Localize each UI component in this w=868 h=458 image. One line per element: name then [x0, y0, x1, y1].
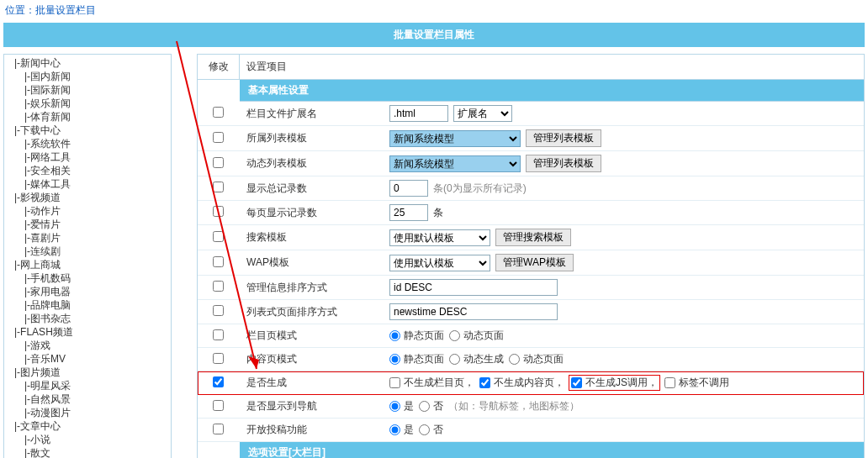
tree-node[interactable]: |-媒体工具 [6, 177, 169, 191]
radio-content-mode-dyngen[interactable] [449, 354, 460, 365]
tree-node[interactable]: |-网络工具 [6, 150, 169, 164]
tree-node[interactable]: |-影视频道 [6, 191, 169, 204]
modify-col-mode[interactable] [213, 329, 224, 340]
btn-manage-list-tpl[interactable]: 管理列表模板 [526, 129, 601, 147]
tree-node[interactable]: |-图书杂志 [6, 312, 169, 325]
select-wap-tpl[interactable]: 使用默认模板 [389, 255, 490, 271]
tree-node[interactable]: |-下载中心 [6, 124, 169, 137]
select-list-tpl[interactable]: 新闻系统模型 [389, 130, 521, 147]
label-total: 显示总记录数 [240, 178, 383, 199]
row-search-tpl: 搜索模板 使用默认模板 管理搜索模板 [198, 225, 864, 250]
tree-node[interactable]: |-自然风景 [6, 392, 169, 406]
input-order-list[interactable] [389, 303, 558, 320]
radio-open-post-no[interactable] [419, 424, 430, 435]
chk-nogen-col[interactable] [389, 377, 400, 388]
radio-show-nav-yes[interactable] [389, 401, 400, 412]
row-generate: 是否生成 不生成栏目页， 不生成内容页， 不生成JS调用， 标签不调用 [198, 371, 864, 395]
modify-wap-tpl[interactable] [213, 256, 224, 267]
modify-open-post[interactable] [213, 424, 224, 434]
form-header: 修改 设置项目 [198, 55, 864, 80]
label-col-mode: 栏目页模式 [240, 325, 383, 346]
tree-node[interactable]: |-音乐MV [6, 352, 169, 366]
tree-node[interactable]: |-新闻中心 [6, 56, 169, 70]
modify-order-list[interactable] [213, 305, 224, 316]
label-open-post: 开放投稿功能 [240, 419, 383, 440]
radio-show-nav-no[interactable] [419, 401, 430, 412]
tree-node[interactable]: |-网上商城 [6, 258, 169, 271]
tree-node[interactable]: |-图片频道 [6, 366, 169, 379]
row-col-mode: 栏目页模式 静态页面 动态页面 [198, 324, 864, 348]
tree-node[interactable]: |-品牌电脑 [6, 298, 169, 312]
label-generate: 是否生成 [240, 372, 383, 393]
tree-node[interactable]: |-连续剧 [6, 245, 169, 258]
tree-node[interactable]: |-动作片 [6, 204, 169, 218]
modify-content-mode[interactable] [213, 353, 224, 364]
tree-node[interactable]: |-游戏 [6, 339, 169, 352]
tree-node[interactable]: |-喜剧片 [6, 231, 169, 245]
input-order-admin[interactable] [389, 279, 558, 296]
label-dyn-tpl: 动态列表模板 [240, 153, 383, 174]
section-basic: 基本属性设置 [240, 80, 864, 102]
input-total[interactable] [389, 180, 428, 197]
breadcrumb-path: 批量设置栏目 [35, 4, 96, 16]
chk-nogen-js[interactable] [571, 377, 582, 388]
tree-node[interactable]: |-散文 [6, 446, 169, 458]
hint-perpage: 条 [433, 206, 443, 220]
tree-node[interactable]: |-文章中心 [6, 419, 169, 433]
radio-open-post-yes[interactable] [389, 424, 400, 435]
settings-form: 修改 设置项目 基本属性设置 栏目文件扩展名 扩展名 所属列表模板 [197, 54, 865, 458]
tree-node[interactable]: |-手机数码 [6, 271, 169, 285]
modify-total[interactable] [213, 182, 224, 192]
modify-show-nav[interactable] [213, 400, 224, 411]
tree-node[interactable]: |-爱情片 [6, 218, 169, 231]
tree-node[interactable]: |-FLASH频道 [6, 325, 169, 339]
category-tree: |-新闻中心|-国内新闻|-国际新闻|-娱乐新闻|-体育新闻|-下载中心|-系统… [3, 54, 172, 458]
hint-total: 条(0为显示所有记录) [433, 182, 527, 196]
radio-content-mode-dynamic[interactable] [509, 354, 520, 365]
select-extension[interactable]: 扩展名 [453, 105, 512, 122]
tree-node[interactable]: |-系统软件 [6, 137, 169, 150]
row-list-tpl: 所属列表模板 新闻系统模型 管理列表模板 [198, 126, 864, 151]
chk-tag-noupdate[interactable] [664, 377, 675, 388]
input-perpage[interactable] [389, 204, 428, 221]
btn-manage-wap-tpl[interactable]: 管理WAP模板 [495, 254, 574, 271]
tree-node[interactable]: |-安全相关 [6, 164, 169, 177]
input-extension[interactable] [389, 105, 448, 122]
tree-node[interactable]: |-体育新闻 [6, 110, 169, 124]
btn-manage-search-tpl[interactable]: 管理搜索模板 [495, 229, 571, 246]
row-extension: 栏目文件扩展名 扩展名 [198, 102, 864, 126]
modify-search-tpl[interactable] [213, 231, 224, 242]
label-search-tpl: 搜索模板 [240, 227, 383, 248]
modify-dyn-tpl[interactable] [213, 157, 224, 168]
tree-node[interactable]: |-家用电器 [6, 285, 169, 298]
radio-content-mode-static[interactable] [389, 354, 400, 365]
breadcrumb-prefix: 位置： [5, 4, 35, 16]
label-list-tpl: 所属列表模板 [240, 128, 383, 149]
label-order-list: 列表式页面排序方式 [240, 302, 383, 323]
row-open-post: 开放投稿功能 是 否 [198, 419, 864, 442]
select-dyn-tpl[interactable]: 新闻系统模型 [389, 155, 521, 172]
modify-generate[interactable] [213, 376, 224, 387]
row-wap-tpl: WAP模板 使用默认模板 管理WAP模板 [198, 250, 864, 276]
tree-node[interactable]: |-国际新闻 [6, 83, 169, 97]
row-dyn-tpl: 动态列表模板 新闻系统模型 管理列表模板 [198, 151, 864, 176]
btn-manage-dyn-tpl[interactable]: 管理列表模板 [526, 155, 601, 172]
section-options: 选项设置[大栏目] [240, 442, 864, 458]
radio-col-mode-static[interactable] [389, 330, 400, 341]
label-perpage: 每页显示记录数 [240, 203, 383, 224]
modify-extension[interactable] [213, 107, 224, 118]
modify-order-admin[interactable] [213, 281, 224, 292]
row-order-list: 列表式页面排序方式 [198, 300, 864, 324]
tree-node[interactable]: |-小说 [6, 433, 169, 446]
tree-node[interactable]: |-国内新闻 [6, 70, 169, 83]
tree-node[interactable]: |-娱乐新闻 [6, 97, 169, 110]
select-search-tpl[interactable]: 使用默认模板 [389, 229, 490, 246]
tree-node[interactable]: |-明星风采 [6, 379, 169, 392]
page-title: 批量设置栏目属性 [3, 23, 865, 47]
radio-col-mode-dynamic[interactable] [449, 330, 460, 341]
tree-node[interactable]: |-动漫图片 [6, 406, 169, 419]
label-show-nav: 是否显示到导航 [240, 396, 383, 417]
modify-list-tpl[interactable] [213, 132, 224, 143]
chk-nogen-content[interactable] [479, 377, 490, 388]
modify-perpage[interactable] [213, 206, 224, 217]
